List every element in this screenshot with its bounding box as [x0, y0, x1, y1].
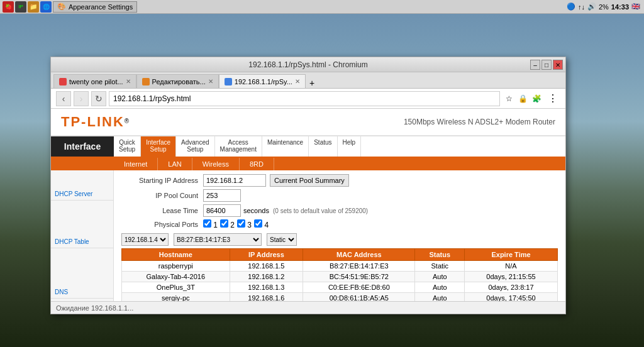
col-hostname: Hostname: [122, 249, 230, 261]
tab-1-icon: [59, 78, 67, 85]
cell-status: Auto: [415, 272, 465, 282]
physical-ports-label: Physical Ports: [121, 221, 203, 228]
battery-level: 2%: [599, 3, 609, 11]
flag-icon: 🇬🇧: [631, 3, 640, 11]
col-mac: MAC Address: [303, 249, 415, 261]
network-icon[interactable]: IP: [15, 1, 26, 13]
status-bar: Ожидание 192.168.1.1...: [51, 301, 565, 314]
nav-maintenance[interactable]: Maintenance: [262, 136, 309, 157]
address-bar: ‹ › ↻ ☆ 🔒 🧩 ⋮: [51, 89, 565, 109]
menu-button[interactable]: ⋮: [545, 91, 560, 106]
reload-button[interactable]: ↻: [91, 91, 106, 106]
nav-quick-setup[interactable]: QuickSetup: [114, 136, 141, 157]
desktop: 🍓 IP 📁 🌐 🎨 Appearance Settings 🔵 ↑↓ 🔊 2%…: [0, 0, 644, 347]
lease-time-input[interactable]: [203, 204, 241, 217]
nav-bar: Interface QuickSetup InterfaceSetup Adva…: [51, 136, 565, 158]
raspberry-icon[interactable]: 🍓: [3, 1, 14, 13]
tab-1[interactable]: twenty one pilot... ✕: [53, 74, 136, 88]
tab-2-close[interactable]: ✕: [208, 78, 213, 85]
cell-ip: 192.168.1.2: [230, 272, 303, 282]
security-icon: 🔒: [516, 92, 529, 105]
cell-status: Auto: [415, 282, 465, 293]
nav-interface-setup[interactable]: InterfaceSetup: [141, 136, 176, 157]
sub-nav-lan[interactable]: LAN: [158, 158, 192, 170]
port-checkboxes: 1 2 3 4: [203, 219, 269, 229]
cell-hostname: raspberrypi: [122, 261, 230, 272]
sub-nav-wireless[interactable]: Wireless: [192, 158, 240, 170]
port-2-checkbox[interactable]: [220, 219, 228, 228]
filter-status-select[interactable]: Static: [267, 233, 297, 246]
table-row: Galaxy-Tab-4-2016 192.168.1.2 BC:54:51:9…: [122, 272, 558, 282]
address-input[interactable]: [109, 91, 500, 106]
forward-button[interactable]: ›: [74, 91, 89, 106]
port-2-label[interactable]: 2: [220, 219, 235, 229]
status-text: Ожидание 192.168.1.1...: [56, 304, 133, 312]
maximize-button[interactable]: □: [541, 60, 552, 70]
filter-mac-select[interactable]: B8:27:EB:14:17:E3: [174, 233, 262, 246]
browser-window: 192.168.1.1/rpSys.html - Chromium – □ ✕ …: [50, 57, 566, 314]
minimize-button[interactable]: –: [530, 60, 540, 70]
tp-logo: TP-LINK®: [61, 114, 129, 130]
nav-status[interactable]: Status: [309, 136, 337, 157]
extension-icon[interactable]: 🧩: [530, 92, 543, 105]
tab-1-label: twenty one pilot...: [69, 78, 123, 85]
nav-help[interactable]: Help: [338, 136, 362, 157]
tab-2[interactable]: Редактировать... ✕: [136, 74, 219, 88]
browser-icon[interactable]: 🌐: [40, 1, 52, 13]
port-4-checkbox[interactable]: [254, 219, 262, 228]
port-1-checkbox[interactable]: [203, 219, 211, 228]
close-button[interactable]: ✕: [553, 60, 563, 70]
physical-ports-row: Physical Ports 1 2 3 4: [121, 219, 558, 229]
starting-ip-row: Starting IP Address Current Pool Summary: [121, 174, 558, 187]
network-status-icon: ↑↓: [578, 3, 585, 11]
ip-pool-input[interactable]: [203, 189, 241, 202]
browser-titlebar: 192.168.1.1/rpSys.html - Chromium – □ ✕: [51, 57, 565, 72]
tp-header: TP-LINK® 150Mbps Wireless N ADSL2+ Modem…: [51, 109, 565, 136]
cell-status: Static: [415, 261, 465, 272]
nav-advanced-setup[interactable]: AdvancedSetup: [176, 136, 214, 157]
cell-mac: B8:27:EB:14:17:E3: [303, 261, 415, 272]
dhcp-table-filters: 192.168.1.4 B8:27:EB:14:17:E3 Static: [121, 233, 558, 246]
new-tab-button[interactable]: +: [306, 78, 318, 88]
port-1-label[interactable]: 1: [203, 219, 218, 229]
bookmark-icon[interactable]: ☆: [502, 92, 515, 105]
port-3-checkbox[interactable]: [237, 219, 245, 228]
current-pool-button[interactable]: Current Pool Summary: [270, 174, 349, 187]
cell-mac: C0:EE:FB:6E:D8:60: [303, 282, 415, 293]
cell-ip: 192.168.1.3: [230, 282, 303, 293]
port-4-label[interactable]: 4: [254, 219, 269, 229]
lease-time-note: (0 sets to default value of 259200): [273, 207, 368, 214]
starting-ip-input[interactable]: [203, 174, 266, 187]
sidebar-dhcp-server[interactable]: DHCP Server: [51, 188, 113, 201]
appearance-settings-item[interactable]: 🎨 Appearance Settings: [53, 1, 137, 13]
browser-title: 192.168.1.1/rpSys.html - Chromium: [248, 60, 367, 69]
sub-nav-8rd[interactable]: 8RD: [240, 158, 274, 170]
folder-icon[interactable]: 📁: [28, 1, 39, 13]
sub-nav-internet[interactable]: Internet: [114, 158, 158, 170]
cell-ip: 192.168.1.5: [230, 261, 303, 272]
lease-time-unit: seconds: [243, 207, 269, 214]
tab-2-label: Редактировать...: [152, 78, 206, 85]
ip-pool-label: IP Pool Count: [121, 192, 203, 199]
port-3-label[interactable]: 3: [237, 219, 252, 229]
lease-time-row: Lease Time seconds (0 sets to default va…: [121, 204, 558, 217]
tab-3-icon: [225, 78, 232, 85]
taskbar-right: 🔵 ↑↓ 🔊 2% 14:33 🇬🇧: [567, 3, 644, 11]
tabs-bar: twenty one pilot... ✕ Редактировать... ✕…: [51, 72, 565, 89]
volume-icon: 🔊: [587, 3, 596, 11]
tab-3-close[interactable]: ✕: [295, 78, 300, 85]
nav-access-management[interactable]: AccessManagement: [215, 136, 262, 157]
starting-ip-label: Starting IP Address: [121, 177, 203, 184]
tab-1-close[interactable]: ✕: [126, 78, 131, 85]
back-button[interactable]: ‹: [56, 91, 71, 106]
tab-3[interactable]: 192.168.1.1/rpSy... ✕: [219, 74, 306, 88]
main-area: DHCP Server DHCP Table DNS Starting IP A…: [51, 170, 565, 314]
filter-ip-select[interactable]: 192.168.1.4: [121, 233, 169, 246]
sidebar-dhcp-table[interactable]: DHCP Table: [51, 236, 113, 248]
col-ip: IP Address: [230, 249, 303, 261]
sidebar-dns[interactable]: DNS: [51, 286, 113, 299]
sub-nav: Internet LAN Wireless 8RD: [51, 158, 565, 170]
dhcp-server-section: Starting IP Address Current Pool Summary…: [121, 174, 558, 229]
content: Starting IP Address Current Pool Summary…: [114, 170, 565, 314]
nav-sidebar-label: Interface: [51, 136, 114, 157]
